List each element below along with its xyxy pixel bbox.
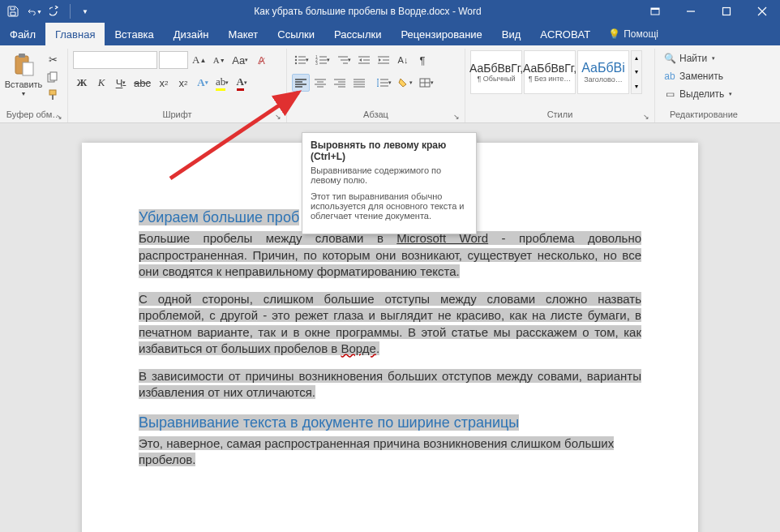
doc-paragraph-3: В зависимости от причины возникновения б… [139,368,641,401]
find-button[interactable]: 🔍Найти▾ [660,50,735,66]
tab-acrobat[interactable]: ACROBAT [530,23,600,45]
styles-launcher-icon[interactable]: ↘ [643,113,649,121]
tab-references[interactable]: Ссылки [268,23,324,45]
font-size-input[interactable] [159,51,188,69]
italic-icon[interactable]: К [92,74,110,92]
clipboard-launcher-icon[interactable]: ↘ [56,113,62,121]
subscript-icon[interactable]: x2 [155,74,173,92]
group-editing-label: Редактирование [658,109,749,122]
tab-insert[interactable]: Вставка [105,23,163,45]
grow-font-icon[interactable]: A▲ [190,51,208,69]
font-name-input[interactable] [73,51,157,69]
group-clipboard: Вставить ▼ ✂ Буфер обм…↘ [0,49,68,122]
format-painter-icon[interactable] [44,86,62,104]
strikethrough-icon[interactable]: abc [131,74,153,92]
tab-home[interactable]: Главная [45,23,105,45]
group-font-label: Шрифт↘ [71,109,283,122]
paste-button[interactable]: Вставить ▼ [5,50,42,98]
close-icon[interactable] [744,0,780,23]
ribbon-tabs: Файл Главная Вставка Дизайн Макет Ссылки… [0,23,780,45]
tooltip-title: Выровнять по левому краю (Ctrl+L) [311,139,468,162]
select-icon: ▭ [663,88,676,101]
text-effects-icon[interactable]: A▾ [194,74,212,92]
superscript-icon[interactable]: x2 [174,74,192,92]
bold-icon[interactable]: Ж [73,74,91,92]
svg-rect-3 [723,8,731,15]
redo-icon[interactable] [47,3,63,19]
line-spacing-icon[interactable]: ▾ [375,74,394,92]
svg-point-17 [295,62,297,64]
document-title: Как убрать большие пробелы в Ворде.docx … [98,6,637,17]
tell-me-label: Помощі [624,28,658,40]
window-controls [637,0,780,23]
paragraph-launcher-icon[interactable]: ↘ [453,113,460,121]
title-bar: ▼ ▼ Как убрать большие пробелы в Ворде.d… [0,0,780,23]
tab-file[interactable]: Файл [0,23,45,45]
svg-rect-11 [49,90,56,95]
underline-icon[interactable]: Ч▾ [112,74,130,92]
multilevel-list-icon[interactable]: ▾ [334,51,354,69]
replace-button[interactable]: abЗаменить [660,68,735,84]
quick-access-toolbar: ▼ ▼ [0,3,98,19]
numbering-icon[interactable]: 123▾ [313,51,332,69]
increase-indent-icon[interactable] [375,51,392,69]
bullets-icon[interactable]: ▾ [292,51,311,69]
ribbon: Вставить ▼ ✂ Буфер обм…↘ A▲ A▼ Aa▾ A̷ Ж [0,45,780,123]
shrink-font-icon[interactable]: A▼ [210,51,228,69]
style-no-spacing[interactable]: АаБбВвГг,¶ Без инте… [524,50,576,94]
svg-rect-10 [50,72,57,80]
cut-icon[interactable]: ✂ [44,50,62,68]
sort-icon[interactable]: A↓ [394,51,412,69]
style-heading1[interactable]: АаБбВіЗаголово… [577,50,629,94]
style-normal[interactable]: АаБбВвГг,¶ Обычный [470,50,522,94]
svg-rect-1 [651,8,659,10]
tab-mailings[interactable]: Рассылки [324,23,391,45]
copy-icon[interactable] [44,68,62,86]
paste-icon [11,52,36,78]
change-case-icon[interactable]: Aa▾ [229,51,251,69]
ribbon-display-icon[interactable] [637,0,673,23]
doc-paragraph-1: Большие пробелы между словами в Microsof… [139,230,641,280]
undo-icon[interactable]: ▼ [26,3,42,19]
group-clipboard-label: Буфер обм…↘ [3,109,64,122]
tab-review[interactable]: Рецензирование [391,23,491,45]
align-center-icon[interactable] [311,74,329,92]
style-gallery-expand[interactable]: ▴▾▾ [631,50,642,94]
align-left-icon[interactable] [292,74,310,92]
group-paragraph: ▾ 123▾ ▾ A↓ ¶ ▾ ▾ ▾ Абзац↘ [287,49,465,122]
qat-customize-icon[interactable]: ▼ [77,3,93,19]
clear-formatting-icon[interactable]: A̷ [252,51,270,69]
group-styles: АаБбВвГг,¶ Обычный АаБбВвГг,¶ Без инте… … [465,49,655,122]
tab-view[interactable]: Вид [492,23,531,45]
justify-icon[interactable] [350,74,368,92]
find-icon: 🔍 [663,52,676,65]
font-launcher-icon[interactable]: ↘ [275,113,281,121]
group-editing: 🔍Найти▾ abЗаменить ▭Выделить▾ Редактиров… [655,49,752,122]
doc-heading-1: Убираем большие проб [139,209,299,225]
doc-paragraph-2: С одной стороны, слишком большие отступы… [139,291,641,357]
svg-rect-8 [23,62,33,75]
highlight-icon[interactable]: ab▾ [213,74,231,92]
tooltip-body-2: Этот тип выравнивания обычно используетс… [311,191,468,221]
shading-icon[interactable]: ▾ [396,74,415,92]
lightbulb-icon: 💡 [608,28,620,40]
align-right-icon[interactable] [331,74,349,92]
group-styles-label: Стили↘ [469,109,651,122]
doc-paragraph-4: Это, наверное, самая распространенная пр… [139,435,641,469]
decrease-indent-icon[interactable] [355,51,373,69]
show-marks-icon[interactable]: ¶ [414,51,431,69]
borders-icon[interactable]: ▾ [417,74,436,92]
svg-point-13 [295,56,297,58]
save-icon[interactable] [5,3,21,19]
font-color-icon[interactable]: A▾ [233,74,251,92]
minimize-icon[interactable] [673,0,709,23]
tell-me[interactable]: 💡 Помощі [600,23,666,45]
tab-layout[interactable]: Макет [218,23,268,45]
replace-icon: ab [663,70,676,83]
maximize-icon[interactable] [709,0,744,23]
group-paragraph-label: Абзац↘ [290,109,461,122]
tab-design[interactable]: Дизайн [164,23,219,45]
group-font: A▲ A▼ Aa▾ A̷ Ж К Ч▾ abc x2 x2 A▾ ab▾ A▾ … [68,49,287,122]
select-button[interactable]: ▭Выделить▾ [660,86,735,102]
svg-point-15 [295,59,297,61]
